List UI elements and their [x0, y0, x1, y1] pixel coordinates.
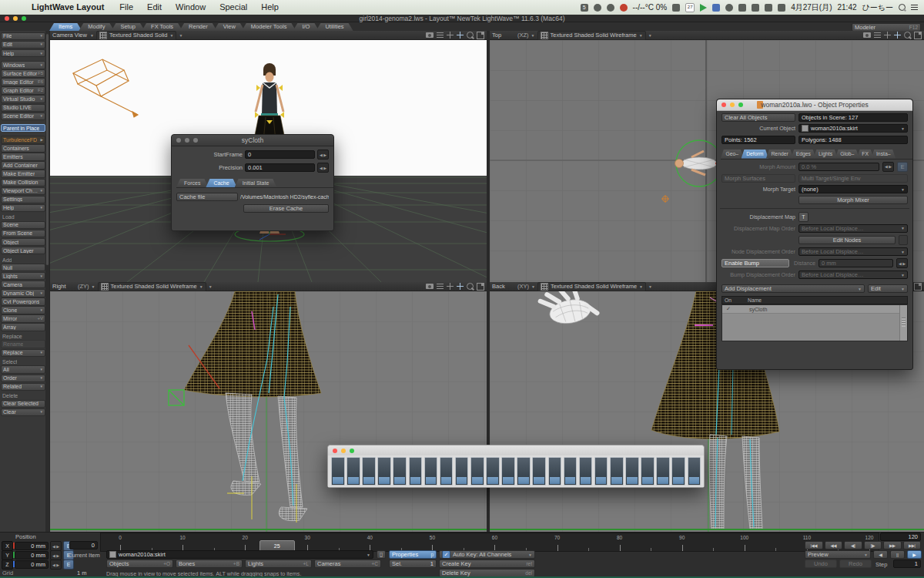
object-properties-panel[interactable]: woman2010a.lwo - Object Properties Clear… [716, 99, 913, 370]
chevron-down-icon[interactable]: ▼ [648, 284, 652, 289]
object-properties-tab[interactable]: Lights [814, 150, 838, 159]
sidebar-item[interactable]: Windows [1, 61, 45, 69]
sidebar-item[interactable] [1, 121, 45, 124]
filmstrip-frame[interactable] [532, 457, 546, 486]
sidebar-item[interactable]: Scene [1, 221, 45, 229]
sidebar-item[interactable]: Image Editor F6 [1, 78, 45, 86]
sidebar-item[interactable] [1, 58, 45, 61]
z-position-input[interactable]: 0 mm [15, 560, 49, 569]
expand-viewport-icon[interactable] [914, 32, 922, 39]
main-tab[interactable]: View [214, 23, 245, 31]
volume-icon[interactable] [765, 4, 772, 12]
menubar-date[interactable]: 4月27日(月) [791, 2, 832, 13]
z-stepper[interactable]: ◀ ▶ [50, 560, 62, 570]
filmstrip-frame[interactable] [424, 457, 438, 486]
transport-button[interactable]: ◀|| [844, 541, 862, 549]
red-burst-icon[interactable] [620, 4, 628, 12]
position-selector[interactable]: Position [15, 533, 36, 540]
item-type-button[interactable]: Objects +O [106, 560, 173, 568]
preview-dropdown[interactable]: Preview ▼ [805, 550, 871, 559]
move-tool-icon[interactable] [447, 32, 454, 39]
timeline-ruler[interactable]: 010203040506070809010011012025 [100, 533, 879, 552]
sidebar-item[interactable]: Containers [1, 144, 45, 152]
filmstrip-frame[interactable] [409, 457, 423, 486]
transport-button[interactable]: ▶▶ [883, 541, 902, 549]
z-envelope-button[interactable]: E [63, 560, 74, 570]
add-displacement-dropdown[interactable]: Add Displacement ▼ [721, 284, 865, 293]
object-properties-tab[interactable]: Insta– [871, 150, 896, 159]
menubar-menu-item[interactable]: Help [254, 0, 286, 15]
sidebar-item[interactable]: Delete [1, 393, 45, 399]
chevron-down-icon[interactable]: ▼ [209, 284, 213, 289]
menubar-menu-item[interactable]: Special [213, 0, 254, 15]
transport-button[interactable]: ||▶ [864, 541, 882, 549]
sidebar-item[interactable]: Array [1, 323, 45, 331]
clear-all-objects-button[interactable]: Clear All Objects [721, 113, 795, 122]
filmstrip-window[interactable] [327, 445, 705, 488]
sidebar-item[interactable]: Clone [1, 306, 45, 314]
notification-center-icon[interactable] [911, 5, 918, 10]
zoom-icon[interactable] [467, 283, 474, 290]
y-position-input[interactable]: 0 mm [15, 551, 49, 560]
menubar-user[interactable]: ひーちー [862, 2, 893, 13]
sidebar-item[interactable] [1, 133, 45, 136]
sidebar-item[interactable]: Object Layer [1, 247, 45, 254]
filmstrip-frame[interactable] [688, 457, 701, 486]
sidebar-item[interactable]: Studio LIVE [1, 104, 45, 112]
x-position-input[interactable]: 0 mm [15, 542, 49, 550]
main-tab[interactable]: Items [49, 23, 82, 31]
sidebar-item[interactable]: Make Emitter [1, 170, 45, 177]
edit-dropdown[interactable]: Edit ▼ [868, 284, 908, 293]
list-icon[interactable] [437, 284, 444, 289]
filmstrip-frame[interactable] [346, 457, 360, 486]
chat-icon[interactable] [672, 4, 680, 12]
zoom-icon[interactable] [467, 32, 474, 39]
redo-button[interactable]: Redo [839, 560, 872, 568]
filmstrip-frame[interactable] [517, 457, 531, 486]
filmstrip-frame[interactable] [440, 457, 454, 486]
sidebar-item[interactable]: Parent in Place [1, 124, 45, 132]
main-tab[interactable]: Utilities [316, 23, 353, 31]
list-icon[interactable] [437, 32, 444, 38]
precision-stepper[interactable]: ◀ ▶ [317, 163, 329, 173]
filmstrip-frame[interactable] [377, 457, 391, 486]
end-frame-input[interactable]: 120 [880, 533, 921, 541]
sidebar-item[interactable]: All [1, 365, 45, 373]
pan-tool-icon[interactable] [894, 32, 901, 39]
globe-icon[interactable] [607, 4, 614, 12]
filmstrip-frame[interactable] [486, 457, 500, 486]
item-list-button[interactable]: ▯ [377, 550, 386, 559]
create-key-button[interactable]: Create Key ret [439, 560, 535, 568]
filmstrip-frame[interactable] [548, 457, 562, 486]
sidebar-item[interactable]: Replace [1, 349, 45, 357]
filmstrip-frame[interactable] [656, 457, 670, 486]
object-properties-tab[interactable]: Deform [742, 150, 768, 159]
main-tab[interactable]: Setup [111, 23, 145, 31]
displacement-list-row[interactable]: ✓ syCloth [722, 305, 907, 314]
item-type-button[interactable]: Cameras +C [314, 560, 381, 568]
sycloth-tab[interactable]: Forces [176, 179, 208, 187]
sidebar-item[interactable]: Replace [1, 333, 45, 339]
viewport-mode-selector[interactable]: Textured Shaded Solid ▼ [96, 31, 176, 40]
viewport-mode-selector[interactable]: Textured Shaded Solid Wireframe ▼ [98, 282, 206, 291]
sycloth-tab[interactable]: Cache [206, 179, 236, 187]
step-input[interactable]: 1 [893, 560, 921, 568]
sidebar-item[interactable]: Add Container [1, 161, 45, 169]
menubar-menu-item[interactable]: File [112, 0, 140, 15]
morph-target-dropdown[interactable]: (none) ▼ [798, 185, 908, 193]
cache-file-button[interactable]: Cache file [176, 193, 238, 201]
sidebar-item[interactable]: Emitters [1, 153, 45, 160]
flag-icon[interactable] [700, 4, 707, 12]
expand-viewport-icon[interactable] [477, 283, 484, 291]
sidebar-item[interactable]: Lights [1, 272, 45, 280]
pan-tool-icon[interactable] [457, 32, 464, 39]
chevron-down-icon[interactable]: ▼ [179, 33, 182, 38]
sidebar-item[interactable]: Make Collision [1, 179, 45, 187]
zoom-button[interactable] [350, 449, 354, 453]
viewport-right[interactable] [50, 291, 487, 532]
sidebar-item[interactable]: Related [1, 383, 45, 391]
sidebar-item[interactable]: Camera [1, 281, 45, 288]
sidebar-item[interactable]: Help [1, 49, 45, 57]
filmstrip-frame[interactable] [579, 457, 593, 486]
viewport-mode-selector[interactable]: Textured Shaded Solid Wireframe ▼ [537, 31, 646, 40]
